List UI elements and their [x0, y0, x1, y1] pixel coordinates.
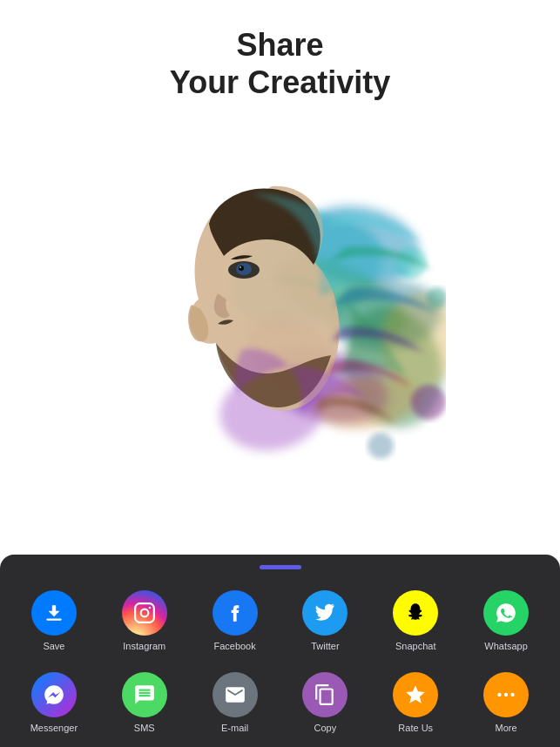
share-item-messenger[interactable]: Messenger — [9, 665, 99, 740]
copy-label: Copy — [314, 723, 337, 733]
svg-rect-18 — [46, 619, 61, 621]
copy-icon — [302, 672, 347, 717]
sms-label: SMS — [134, 723, 155, 733]
svg-point-16 — [239, 266, 244, 271]
share-item-whatsapp[interactable]: Whatsapp — [461, 583, 551, 658]
more-icon — [483, 672, 529, 717]
share-item-snapchat[interactable]: Snapchat — [370, 583, 461, 658]
snapchat-icon — [393, 590, 438, 636]
share-item-sms[interactable]: SMS — [99, 665, 190, 740]
svg-rect-19 — [135, 603, 154, 622]
rateus-icon — [393, 672, 438, 717]
twitter-label: Twitter — [311, 641, 339, 651]
share-item-twitter[interactable]: Twitter — [280, 583, 371, 658]
sms-icon — [122, 672, 167, 717]
facebook-icon — [213, 590, 258, 636]
svg-point-20 — [140, 609, 148, 617]
artwork-container — [0, 101, 560, 555]
share-item-save[interactable]: Save — [9, 583, 99, 658]
twitter-icon — [302, 590, 347, 636]
svg-point-15 — [236, 263, 252, 275]
email-icon — [213, 672, 258, 717]
email-label: E-mail — [221, 723, 248, 733]
svg-point-22 — [497, 693, 501, 697]
svg-point-24 — [510, 693, 514, 697]
share-item-instagram[interactable]: Instagram — [99, 583, 190, 658]
messenger-label: Messenger — [30, 723, 78, 733]
facebook-label: Facebook — [213, 641, 255, 651]
drag-handle[interactable] — [260, 565, 301, 569]
whatsapp-label: Whatsapp — [484, 641, 528, 651]
share-item-rateus[interactable]: Rate Us — [370, 665, 461, 740]
svg-point-17 — [240, 266, 241, 268]
messenger-icon — [31, 672, 77, 717]
whatsapp-icon — [483, 590, 529, 636]
svg-point-23 — [504, 693, 508, 697]
share-item-copy[interactable]: Copy — [280, 665, 371, 740]
instagram-icon — [122, 590, 167, 636]
share-item-facebook[interactable]: Facebook — [190, 583, 280, 658]
save-icon — [31, 590, 77, 636]
snapchat-label: Snapchat — [395, 641, 435, 651]
share-bottom-sheet: Save Instagram Facebook — [0, 555, 560, 747]
rateus-label: Rate Us — [398, 723, 433, 733]
svg-point-21 — [148, 607, 151, 609]
more-label: More — [496, 723, 517, 733]
instagram-label: Instagram — [123, 641, 165, 651]
page-title: Share Your Creativity — [170, 26, 390, 101]
share-item-email[interactable]: E-mail — [190, 665, 280, 740]
share-item-more[interactable]: More — [461, 665, 551, 740]
share-grid-row1: Save Instagram Facebook — [0, 583, 560, 665]
svg-point-12 — [411, 385, 446, 420]
share-grid-row2: Messenger SMS E-mail — [0, 665, 560, 747]
svg-point-13 — [368, 433, 394, 459]
save-label: Save — [43, 641, 64, 651]
